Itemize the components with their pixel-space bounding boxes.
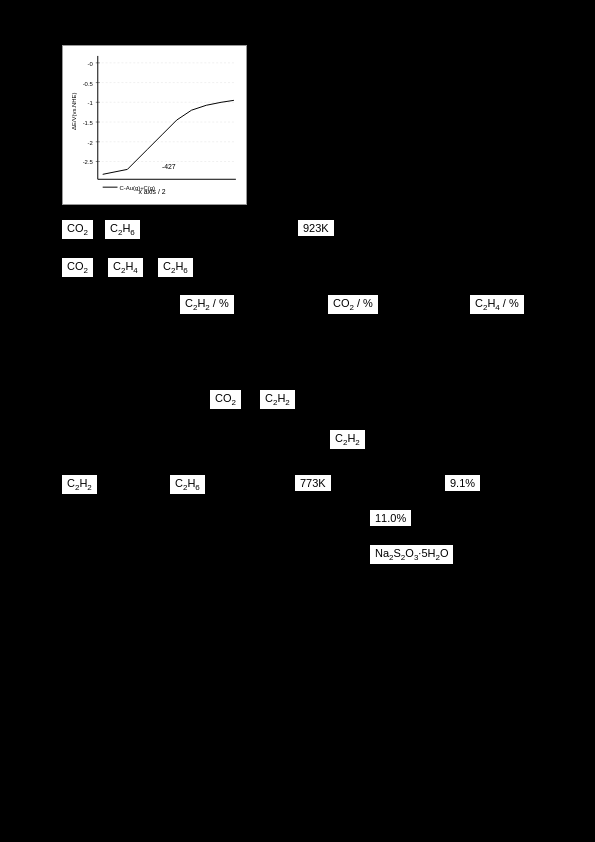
label-co2-pct: CO2 / % bbox=[328, 295, 378, 314]
svg-text:ΔE/V(vs.NHE): ΔE/V(vs.NHE) bbox=[71, 92, 77, 129]
label-co2-1: CO2 bbox=[62, 220, 93, 239]
label-c2h6-1: C2H6 bbox=[105, 220, 140, 239]
chart-container: -0 -0.5 -1 -1.5 -2 -2.5 -427 C-Au(g)+ bbox=[62, 45, 247, 205]
svg-text:-2.5: -2.5 bbox=[83, 159, 94, 165]
label-c2h6-5: C2H6 bbox=[170, 475, 205, 494]
label-773k: 773K bbox=[295, 475, 331, 491]
svg-text:-0: -0 bbox=[88, 61, 94, 67]
svg-text:-2: -2 bbox=[88, 140, 93, 146]
label-11-0: 11.0% bbox=[370, 510, 411, 526]
label-c2h4-pct: C2H4 / % bbox=[470, 295, 524, 314]
label-c2h2-pct: C2H2 / % bbox=[180, 295, 234, 314]
label-c2h6-2: C2H6 bbox=[158, 258, 193, 277]
label-c2h4-2: C2H4 bbox=[108, 258, 143, 277]
label-c2h2-4: C2H2 bbox=[330, 430, 365, 449]
label-co2-2: CO2 bbox=[62, 258, 93, 277]
svg-text:-1.5: -1.5 bbox=[83, 120, 94, 126]
label-c2h2-3: C2H2 bbox=[260, 390, 295, 409]
chart-svg: -0 -0.5 -1 -1.5 -2 -2.5 -427 C-Au(g)+ bbox=[68, 51, 241, 199]
label-923k: 923K bbox=[298, 220, 334, 236]
label-9-1: 9.1% bbox=[445, 475, 480, 491]
svg-text:x axis / 2: x axis / 2 bbox=[138, 188, 165, 195]
svg-text:-0.5: -0.5 bbox=[83, 81, 94, 87]
svg-text:-1: -1 bbox=[88, 100, 93, 106]
label-co2-3: CO2 bbox=[210, 390, 241, 409]
label-na2so3: Na2S2O3·5H2O bbox=[370, 545, 453, 564]
svg-text:-427: -427 bbox=[162, 163, 176, 170]
label-c2h2-5: C2H2 bbox=[62, 475, 97, 494]
